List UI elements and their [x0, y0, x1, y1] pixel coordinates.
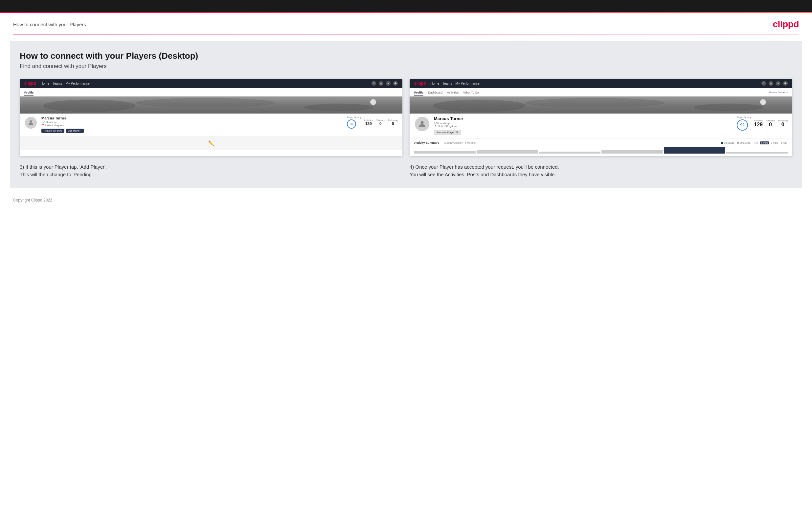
svg-point-8 [30, 120, 32, 123]
activity-header: Activity Summary Monthly Activity · 6 Mo… [414, 141, 788, 145]
filter-1mth[interactable]: 1 mth [780, 142, 788, 145]
caption-right: 4) Once your Player has accepted your re… [410, 163, 792, 178]
svg-point-12 [777, 83, 778, 84]
svg-point-9 [763, 82, 764, 84]
left-location: 📍 United Kingdom [41, 124, 343, 127]
left-golf-visual [20, 97, 402, 114]
svg-point-5 [43, 100, 136, 112]
settings-icon[interactable] [386, 81, 391, 86]
filter-3mths[interactable]: 3 mths [770, 142, 779, 145]
scroll-indicator-icon: ✏️ [208, 140, 214, 146]
bar-5 [664, 147, 725, 154]
left-stat-following: Following 0 [388, 119, 398, 126]
page-footer: Copyright Clippd 2022 [0, 194, 812, 207]
left-stat-activities: Activities 129 [364, 119, 373, 126]
right-tab-activities[interactable]: Activities [447, 89, 459, 96]
right-user-icon[interactable] [769, 81, 773, 86]
right-nav-icons [761, 81, 788, 86]
activity-period: Monthly Activity · 6 Months [445, 142, 476, 145]
copyright: Copyright Clippd 2022 [13, 198, 52, 203]
right-nav-home[interactable]: Home [430, 82, 439, 85]
svg-point-3 [388, 83, 389, 84]
main-title: How to connect with your Players (Deskto… [20, 51, 792, 61]
svg-point-4 [395, 82, 397, 84]
bar-1 [414, 151, 476, 154]
main-subtitle: Find and connect with your Players [20, 63, 792, 69]
left-quality-label: Player Quality [347, 116, 361, 118]
left-scroll-area: ✏️ [20, 136, 402, 150]
right-navbar: clippd Home Teams My Performance [410, 79, 792, 88]
right-golf-visual [410, 97, 792, 114]
right-profile-section: Marcus Turner 1-5 Handicap 📍 United King… [410, 114, 792, 138]
breadcrumb: How to connect with your Players [13, 22, 86, 27]
add-player-button[interactable]: Add Player + [66, 129, 84, 133]
left-nav-logo: clippd [24, 81, 36, 86]
legend-off-course: Off course [737, 142, 750, 144]
legend-on-course: On course [721, 142, 734, 144]
left-stat-followers: Followers 0 [375, 119, 385, 126]
right-stat-activities: Activities 129 [754, 119, 763, 128]
right-avatar [414, 116, 430, 132]
left-navbar: clippd Home Teams My Performance [20, 79, 402, 88]
svg-point-11 [770, 82, 771, 83]
activity-bar-chart [414, 146, 788, 154]
left-hero-banner [20, 97, 402, 114]
activity-title: Activity Summary [414, 141, 439, 145]
bar-2 [476, 150, 538, 154]
left-nav-home[interactable]: Home [40, 82, 49, 85]
page-header: How to connect with your Players clippd [0, 13, 812, 34]
left-tab-profile[interactable]: Profile [24, 89, 34, 96]
left-avatar [24, 116, 38, 129]
svg-point-13 [784, 82, 786, 84]
caption-left: 3) If this is your Player tap, 'Add Play… [20, 163, 402, 178]
right-globe-icon[interactable] [783, 81, 788, 86]
header-divider [13, 34, 799, 35]
svg-line-10 [764, 84, 765, 84]
left-action-buttons: Request to Follow Add Player + [41, 129, 343, 133]
right-stat-followers: Followers 0 [765, 119, 775, 128]
right-nav-items: Home Teams My Performance [430, 82, 757, 85]
right-tab-profile[interactable]: Profile [414, 89, 423, 96]
globe-icon[interactable] [393, 81, 398, 86]
left-profile-info: Marcus Turner 1-5 Handicap 📍 United King… [41, 116, 343, 133]
filter-1yr[interactable]: 1 yr [754, 142, 759, 145]
svg-point-2 [380, 82, 382, 83]
left-nav-performance[interactable]: My Performance [65, 82, 89, 85]
right-nav-performance[interactable]: My Performance [455, 82, 479, 85]
screenshot-left: clippd Home Teams My Performance [20, 79, 402, 156]
marcus-turner-dropdown[interactable]: Marcus Turner ▾ [769, 89, 788, 96]
right-location-icon: 📍 [434, 125, 437, 128]
left-nav-icons [371, 81, 398, 86]
svg-point-17 [420, 121, 423, 124]
right-stat-following: Following 0 [778, 119, 788, 128]
right-profile-info: Marcus Turner 1-5 Handicap 📍 United King… [434, 116, 733, 135]
right-tab-bar: Profile Dashboard Activities What To On … [410, 88, 792, 97]
request-follow-button[interactable]: Request to Follow [41, 129, 64, 133]
right-settings-icon[interactable] [776, 81, 780, 86]
user-icon[interactable] [379, 81, 383, 86]
right-tab-whatton[interactable]: What To On [463, 89, 479, 96]
search-icon[interactable] [371, 81, 376, 86]
svg-point-6 [136, 98, 275, 107]
remove-x-icon: ✕ [456, 130, 459, 134]
svg-line-1 [374, 84, 375, 84]
filter-6mths[interactable]: 6 mths [760, 142, 769, 145]
svg-point-15 [525, 98, 665, 107]
screenshots-row: clippd Home Teams My Performance [20, 79, 792, 156]
svg-point-16 [694, 104, 763, 111]
right-quality-wrap: Player Quality 92 [737, 116, 751, 130]
left-nav-teams[interactable]: Teams [53, 82, 62, 85]
bar-6 [726, 152, 788, 154]
screenshot-right: clippd Home Teams My Performance [410, 79, 792, 156]
svg-point-7 [304, 104, 373, 111]
right-tab-dashboard[interactable]: Dashboard [428, 89, 443, 96]
right-search-icon[interactable] [761, 81, 766, 86]
left-quality-wrap: Player Quality 92 [347, 116, 361, 129]
right-quality-circle: 92 [737, 119, 748, 130]
right-nav-teams[interactable]: Teams [443, 82, 452, 85]
clippd-logo: clippd [773, 19, 799, 30]
bar-3 [539, 152, 601, 154]
remove-player-button[interactable]: Remove Player ✕ [434, 130, 461, 135]
left-stats: Player Quality 92 Activities 129 Followe… [347, 116, 398, 129]
main-content: How to connect with your Players (Deskto… [10, 41, 802, 188]
